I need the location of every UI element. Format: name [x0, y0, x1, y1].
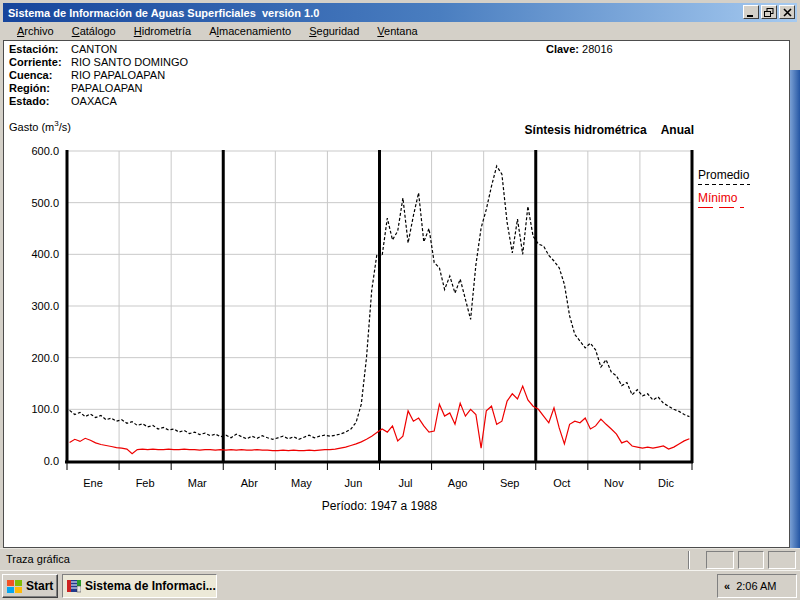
- month-label: Feb: [136, 477, 155, 489]
- y-tick-label: 300.0: [31, 300, 59, 312]
- y-tick-label: 400.0: [31, 248, 59, 260]
- month-label: Ago: [448, 477, 468, 489]
- screen: { "window": { "title": "Sistema de Infor…: [0, 0, 800, 600]
- month-label: Sep: [500, 477, 520, 489]
- restore-icon: [764, 8, 774, 17]
- minimo-line-sample: [698, 207, 744, 209]
- taskbar-clock: 2:06 AM: [736, 580, 776, 592]
- month-label: Jun: [345, 477, 363, 489]
- month-label: Ene: [83, 477, 103, 489]
- menu-ventana[interactable]: Ventana: [368, 23, 426, 39]
- restore-button[interactable]: [761, 5, 777, 19]
- menu-bar: Archivo Catálogo Hidrometría Almacenamie…: [3, 22, 797, 40]
- period-label: Período: 1947 a 1988: [67, 499, 692, 513]
- windows-logo-icon: [7, 580, 22, 593]
- month-label: Dic: [658, 477, 674, 489]
- close-button[interactable]: [779, 5, 795, 19]
- month-label: Jul: [399, 477, 413, 489]
- month-label: Nov: [604, 477, 624, 489]
- legend-minimo: Mínimo: [698, 191, 786, 209]
- status-panel-3: [768, 551, 796, 569]
- legend-promedio: Promedio: [698, 168, 786, 186]
- y-tick-label: 100.0: [31, 403, 59, 415]
- app-icon: [67, 579, 81, 593]
- hydrograph-chart: 0.0100.0200.0300.0400.0500.0600.0EneFebM…: [4, 41, 790, 548]
- desktop-background-strip: [790, 70, 800, 548]
- menu-almacenamiento[interactable]: Almacenamiento: [200, 23, 300, 39]
- menu-hidrometria[interactable]: Hidrometría: [125, 23, 200, 39]
- y-tick-label: 500.0: [31, 197, 59, 209]
- minimize-icon: [746, 8, 756, 17]
- taskbar-task-sistema[interactable]: Sistema de Informaci...: [62, 574, 217, 598]
- tray-chevron-button[interactable]: «: [724, 580, 730, 592]
- month-label: Mar: [188, 477, 207, 489]
- menu-catalogo[interactable]: Catálogo: [63, 23, 125, 39]
- y-tick-label: 200.0: [31, 352, 59, 364]
- title-bar: Sistema de Información de Aguas Superfic…: [3, 3, 797, 22]
- status-panel-1: [706, 551, 734, 569]
- status-message: Traza gráfica: [6, 553, 70, 565]
- status-bar: Traza gráfica: [0, 548, 800, 570]
- menu-archivo[interactable]: Archivo: [8, 23, 63, 39]
- start-button[interactable]: Start: [2, 574, 58, 598]
- client-area: Estación:CANTON Corriente:RIO SANTO DOMI…: [3, 40, 790, 548]
- chart-legend: Promedio Mínimo: [698, 168, 786, 214]
- month-label: Oct: [553, 477, 570, 489]
- status-divider: [688, 551, 690, 569]
- menu-seguridad[interactable]: Seguridad: [300, 23, 368, 39]
- status-panel-2: [738, 551, 764, 569]
- minimize-button[interactable]: [743, 5, 759, 19]
- y-tick-label: 600.0: [31, 145, 59, 157]
- close-icon: [783, 8, 792, 17]
- window-title: Sistema de Información de Aguas Superfic…: [8, 7, 319, 19]
- month-label: Abr: [241, 477, 258, 489]
- month-label: May: [291, 477, 312, 489]
- window-controls: [743, 5, 795, 19]
- y-tick-label: 0.0: [44, 455, 59, 467]
- promedio-line-sample: [698, 184, 750, 186]
- system-tray: « 2:06 AM: [717, 574, 797, 598]
- taskbar: Start Sistema de Informaci... « 2:06 AM: [0, 570, 800, 600]
